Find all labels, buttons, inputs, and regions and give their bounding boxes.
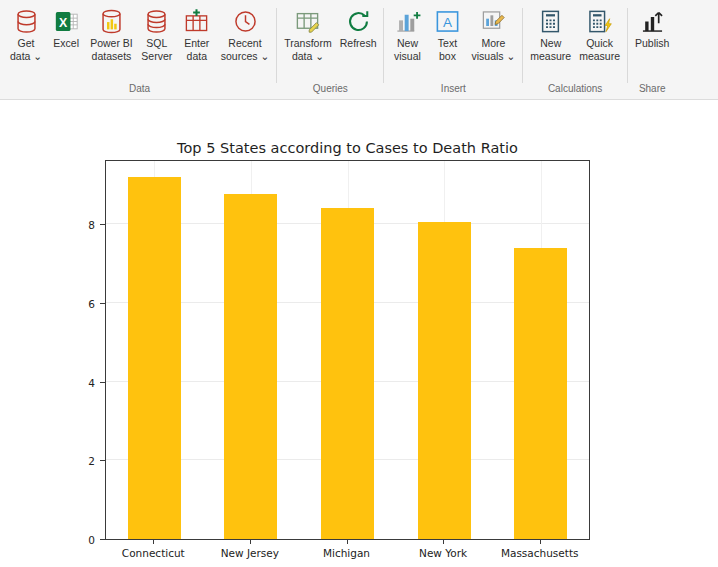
bar-connecticut — [128, 177, 181, 539]
y-tick-label: 8 — [69, 218, 95, 232]
recent-sources-clock-icon — [232, 8, 259, 35]
x-tick-label: New York — [395, 547, 492, 559]
quick-measure-label2: measure — [579, 50, 620, 63]
bar-michigan — [321, 208, 374, 539]
recent-sources-button[interactable]: Recent sources ⌄ — [217, 7, 273, 63]
text-box-icon: A — [434, 8, 461, 35]
ribbon-group-data-items: Get data ⌄ X Excel — [6, 0, 273, 82]
ribbon-group-share-items: Publish — [631, 0, 673, 82]
recent-sources-label2: sources ⌄ — [221, 50, 269, 63]
more-visuals-icon — [480, 8, 507, 35]
refresh-button[interactable]: Refresh — [336, 7, 381, 51]
more-visuals-label2: visuals ⌄ — [471, 50, 515, 63]
x-tick-label: Michigan — [298, 547, 395, 559]
excel-label: Excel — [53, 37, 79, 50]
publish-button[interactable]: Publish — [631, 7, 673, 51]
bar-new-jersey — [224, 194, 277, 539]
new-visual-button[interactable]: New visual — [387, 7, 427, 63]
sql-server-label: SQL — [146, 37, 167, 50]
more-visuals-label: More — [481, 37, 505, 50]
group-label-queries: Queries — [280, 82, 380, 99]
bar-massachusetts — [514, 248, 567, 539]
x-tick-label: Connecticut — [105, 547, 202, 559]
group-label-data: Data — [6, 82, 273, 99]
x-tick — [443, 540, 444, 544]
power-bi-datasets-button[interactable]: Power BI datasets — [86, 7, 137, 63]
sql-server-label2: Server — [141, 50, 172, 63]
quick-measure-label: Quick — [586, 37, 613, 50]
ribbon-group-share: Publish Share — [629, 0, 675, 99]
transform-data-icon — [294, 8, 321, 35]
recent-sources-label: Recent — [228, 37, 261, 50]
new-visual-label2: visual — [394, 50, 421, 63]
refresh-label: Refresh — [340, 37, 377, 50]
ribbon-group-insert: New visual A Text box — [385, 0, 521, 99]
y-axis: 02468 — [63, 160, 105, 540]
new-visual-label: New — [397, 37, 418, 50]
excel-button[interactable]: X Excel — [46, 7, 86, 51]
sql-server-icon — [143, 8, 170, 35]
transform-data-label: Transform — [284, 37, 331, 50]
database-icon — [13, 8, 40, 35]
group-divider — [383, 8, 384, 83]
get-data-label: Get — [18, 37, 35, 50]
ribbon-group-insert-items: New visual A Text box — [387, 0, 519, 82]
refresh-icon — [345, 8, 372, 35]
y-tick-label: 4 — [69, 376, 95, 390]
get-data-button[interactable]: Get data ⌄ — [6, 7, 46, 63]
report-canvas: Top 5 States according to Cases to Death… — [0, 101, 718, 567]
quick-measure-button[interactable]: Quick measure — [575, 7, 624, 63]
group-divider — [276, 8, 277, 83]
enter-data-label2: data — [187, 50, 207, 63]
svg-text:A: A — [443, 15, 452, 30]
chart-title: Top 5 States according to Cases to Death… — [105, 140, 590, 156]
x-tick-label: New Jersey — [202, 547, 299, 559]
quick-measure-calculator-icon — [586, 8, 613, 35]
y-tick-label: 0 — [69, 533, 95, 547]
new-measure-button[interactable]: New measure — [526, 7, 575, 63]
ribbon-group-queries: Transform data ⌄ Refresh Queries — [278, 0, 382, 99]
group-label-calculations: Calculations — [526, 82, 624, 99]
bar-new-york — [418, 222, 471, 539]
group-label-insert: Insert — [387, 82, 519, 99]
x-tick — [153, 540, 154, 544]
plot-area — [105, 160, 590, 540]
text-box-label: Text — [438, 37, 457, 50]
x-tick — [540, 540, 541, 544]
y-tick-label: 6 — [69, 297, 95, 311]
new-measure-label2: measure — [530, 50, 571, 63]
bar-chart-visual[interactable]: 02468 ConnecticutNew JerseyMichiganNew Y… — [105, 160, 590, 540]
more-visuals-button[interactable]: More visuals ⌄ — [467, 7, 519, 63]
publish-icon — [639, 8, 666, 35]
publish-label: Publish — [635, 37, 669, 50]
enter-data-icon — [183, 8, 210, 35]
sql-server-button[interactable]: SQL Server — [137, 7, 177, 63]
ribbon-group-calculations: New measure Quick measure Calculations — [524, 0, 626, 99]
ribbon-group-queries-items: Transform data ⌄ Refresh — [280, 0, 380, 82]
transform-data-label2: data ⌄ — [292, 50, 324, 63]
text-box-label2: box — [439, 50, 456, 63]
group-divider — [627, 8, 628, 83]
ribbon-group-calculations-items: New measure Quick measure — [526, 0, 624, 82]
datasets-icon — [98, 8, 125, 35]
enter-data-button[interactable]: Enter data — [177, 7, 217, 63]
x-tick — [347, 540, 348, 544]
enter-data-label: Enter — [184, 37, 209, 50]
x-tick-label: Massachusetts — [491, 547, 588, 559]
x-tick — [250, 540, 251, 544]
new-visual-chart-icon — [394, 8, 421, 35]
power-bi-datasets-label2: datasets — [92, 50, 132, 63]
group-divider — [522, 8, 523, 83]
text-box-button[interactable]: A Text box — [427, 7, 467, 63]
excel-icon: X — [53, 8, 80, 35]
transform-data-button[interactable]: Transform data ⌄ — [280, 7, 335, 63]
ribbon-group-data: Get data ⌄ X Excel — [4, 0, 275, 99]
x-axis: ConnecticutNew JerseyMichiganNew YorkMas… — [105, 540, 590, 566]
ribbon: Get data ⌄ X Excel — [0, 0, 718, 100]
new-measure-calculator-icon — [537, 8, 564, 35]
new-measure-label: New — [540, 37, 561, 50]
power-bi-datasets-label: Power BI — [90, 37, 133, 50]
y-tick-label: 2 — [69, 454, 95, 468]
get-data-label2: data ⌄ — [10, 50, 42, 63]
svg-text:X: X — [59, 16, 68, 30]
